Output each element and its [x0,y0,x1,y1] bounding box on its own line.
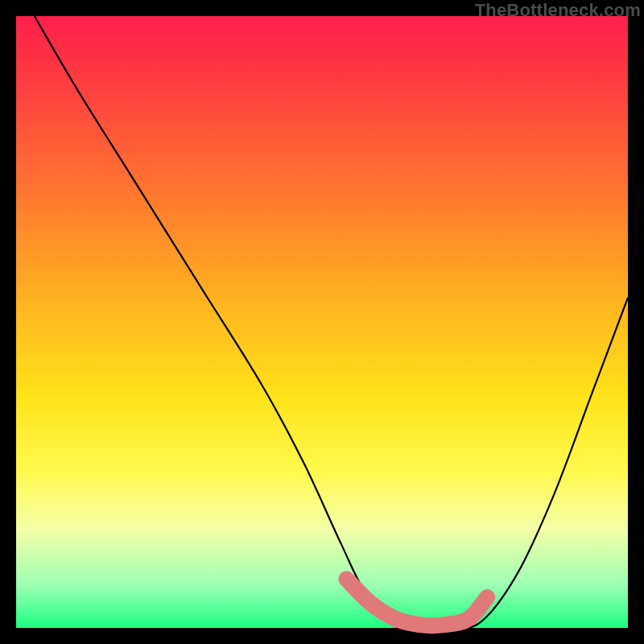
sweet-spot-band [346,579,487,625]
plot-area [16,16,628,628]
curve-layer [16,16,628,628]
outer-frame: TheBottleneck.com [0,0,644,644]
bottleneck-curve [35,16,628,629]
branding-watermark: TheBottleneck.com [475,0,641,21]
